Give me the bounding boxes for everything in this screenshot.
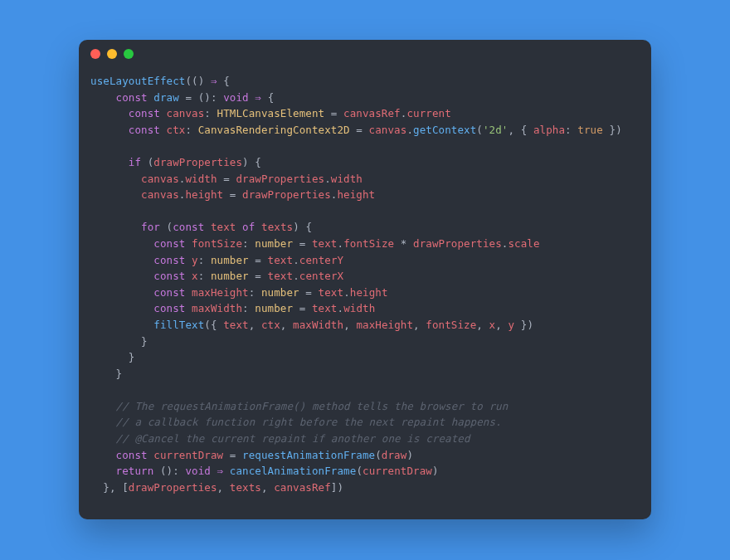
code-line: if (drawProperties) { xyxy=(90,154,640,171)
code-line: } xyxy=(90,366,640,382)
code-line xyxy=(90,382,640,398)
code-line: for (const text of texts) { xyxy=(90,219,640,236)
code-line: // The requestAnimationFrame() method te… xyxy=(90,398,640,415)
code-line: const maxHeight: number = text.height xyxy=(90,285,640,301)
minimize-icon[interactable] xyxy=(107,49,117,59)
code-line: } xyxy=(90,349,640,366)
code-line: const currentDraw = requestAnimationFram… xyxy=(90,447,640,464)
code-line: canvas.width = drawProperties.width xyxy=(90,171,640,187)
code-line: const fontSize: number = text.fontSize *… xyxy=(90,236,640,252)
close-icon[interactable] xyxy=(90,49,100,59)
code-line: const x: number = text.centerX xyxy=(90,268,640,285)
code-line: return (): void ⇒ cancelAnimationFrame(c… xyxy=(90,463,640,480)
code-line: fillText({ text, ctx, maxWidth, maxHeigh… xyxy=(90,317,640,334)
code-line: }, [drawProperties, texts, canvasRef]) xyxy=(90,480,640,496)
code-block: useLayoutEffect(() ⇒ { const draw = (): … xyxy=(79,68,651,514)
code-line: } xyxy=(90,334,640,350)
code-line xyxy=(90,138,640,154)
zoom-icon[interactable] xyxy=(124,49,134,59)
code-line: const draw = (): void ⇒ { xyxy=(90,90,640,106)
code-line: const canvas: HTMLCanvasElement = canvas… xyxy=(90,105,640,122)
code-window: useLayoutEffect(() ⇒ { const draw = (): … xyxy=(79,40,651,519)
window-titlebar xyxy=(79,40,651,68)
code-line: // @Cancel the current repaint if anothe… xyxy=(90,431,640,447)
code-line: const ctx: CanvasRenderingContext2D = ca… xyxy=(90,122,640,139)
code-line xyxy=(90,203,640,220)
code-line: canvas.height = drawProperties.height xyxy=(90,187,640,203)
code-line: useLayoutEffect(() ⇒ { xyxy=(90,73,640,90)
code-line: const maxWidth: number = text.width xyxy=(90,300,640,317)
code-line: const y: number = text.centerY xyxy=(90,252,640,269)
code-line: // a callback function right before the … xyxy=(90,414,640,431)
